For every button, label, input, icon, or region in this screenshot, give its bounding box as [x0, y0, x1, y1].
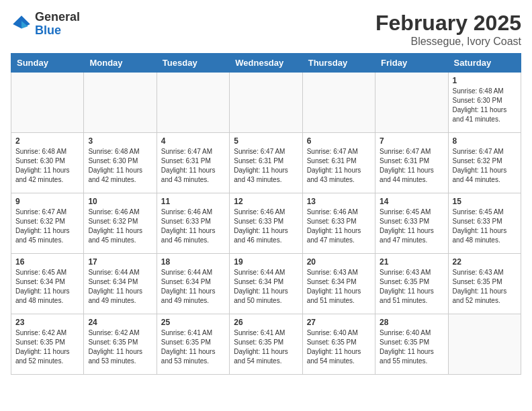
calendar-cell: 20Sunrise: 6:43 AM Sunset: 6:34 PM Dayli… — [302, 254, 375, 314]
page-header: General Blue February 2025 Blessegue, Iv… — [11, 11, 521, 48]
week-row-3: 9Sunrise: 6:47 AM Sunset: 6:32 PM Daylig… — [11, 193, 521, 254]
day-info: Sunrise: 6:41 AM Sunset: 6:35 PM Dayligh… — [161, 328, 225, 366]
day-info: Sunrise: 6:43 AM Sunset: 6:35 PM Dayligh… — [453, 268, 517, 306]
day-info: Sunrise: 6:42 AM Sunset: 6:35 PM Dayligh… — [15, 328, 79, 366]
day-number: 27 — [307, 318, 371, 327]
day-info: Sunrise: 6:43 AM Sunset: 6:35 PM Dayligh… — [380, 268, 443, 306]
logo: General Blue — [11, 11, 80, 38]
month-title: February 2025 — [375, 11, 521, 36]
day-info: Sunrise: 6:47 AM Sunset: 6:32 PM Dayligh… — [15, 208, 79, 245]
day-number: 14 — [380, 197, 443, 206]
day-info: Sunrise: 6:46 AM Sunset: 6:32 PM Dayligh… — [88, 208, 152, 245]
day-number: 17 — [88, 257, 152, 267]
calendar-cell: 2Sunrise: 6:48 AM Sunset: 6:30 PM Daylig… — [11, 133, 84, 193]
calendar-cell — [11, 73, 84, 133]
day-info: Sunrise: 6:47 AM Sunset: 6:31 PM Dayligh… — [161, 147, 225, 185]
calendar-header-friday: Friday — [375, 54, 448, 73]
week-row-2: 2Sunrise: 6:48 AM Sunset: 6:30 PM Daylig… — [11, 133, 521, 193]
day-info: Sunrise: 6:42 AM Sunset: 6:35 PM Dayligh… — [88, 328, 152, 366]
day-number: 15 — [453, 197, 517, 206]
day-number: 21 — [380, 257, 443, 267]
calendar-header-saturday: Saturday — [448, 54, 521, 73]
day-info: Sunrise: 6:47 AM Sunset: 6:31 PM Dayligh… — [234, 147, 298, 185]
day-info: Sunrise: 6:40 AM Sunset: 6:35 PM Dayligh… — [307, 328, 371, 366]
calendar-cell: 7Sunrise: 6:47 AM Sunset: 6:31 PM Daylig… — [375, 133, 448, 193]
calendar-cell: 12Sunrise: 6:46 AM Sunset: 6:33 PM Dayli… — [230, 193, 302, 254]
day-number: 12 — [234, 197, 298, 206]
day-number: 3 — [88, 136, 152, 146]
day-info: Sunrise: 6:45 AM Sunset: 6:33 PM Dayligh… — [380, 208, 443, 245]
day-number: 2 — [15, 136, 79, 146]
calendar-header-tuesday: Tuesday — [157, 54, 229, 73]
day-number: 1 — [453, 76, 517, 85]
calendar-cell: 26Sunrise: 6:41 AM Sunset: 6:35 PM Dayli… — [230, 314, 302, 375]
calendar-cell: 13Sunrise: 6:46 AM Sunset: 6:33 PM Dayli… — [302, 193, 375, 254]
calendar-cell: 28Sunrise: 6:40 AM Sunset: 6:35 PM Dayli… — [375, 314, 448, 375]
day-info: Sunrise: 6:41 AM Sunset: 6:35 PM Dayligh… — [234, 328, 298, 366]
calendar-cell — [157, 73, 229, 133]
day-number: 8 — [453, 136, 517, 146]
calendar-cell — [375, 73, 448, 133]
day-number: 19 — [234, 257, 298, 267]
day-info: Sunrise: 6:48 AM Sunset: 6:30 PM Dayligh… — [453, 87, 517, 124]
calendar-cell: 10Sunrise: 6:46 AM Sunset: 6:32 PM Dayli… — [84, 193, 157, 254]
day-number: 6 — [307, 136, 371, 146]
calendar-cell: 11Sunrise: 6:46 AM Sunset: 6:33 PM Dayli… — [157, 193, 229, 254]
day-number: 23 — [15, 318, 79, 327]
day-info: Sunrise: 6:44 AM Sunset: 6:34 PM Dayligh… — [161, 268, 225, 306]
logo-blue-text: Blue — [35, 24, 61, 37]
calendar-cell: 5Sunrise: 6:47 AM Sunset: 6:31 PM Daylig… — [230, 133, 302, 193]
day-info: Sunrise: 6:48 AM Sunset: 6:30 PM Dayligh… — [88, 147, 152, 185]
calendar-cell — [84, 73, 157, 133]
day-info: Sunrise: 6:45 AM Sunset: 6:34 PM Dayligh… — [15, 268, 79, 306]
day-number: 4 — [161, 136, 225, 146]
day-number: 22 — [453, 257, 517, 267]
week-row-5: 23Sunrise: 6:42 AM Sunset: 6:35 PM Dayli… — [11, 314, 521, 375]
calendar-header-monday: Monday — [84, 54, 157, 73]
calendar-cell: 17Sunrise: 6:44 AM Sunset: 6:34 PM Dayli… — [84, 254, 157, 314]
day-number: 25 — [161, 318, 225, 327]
week-row-1: 1Sunrise: 6:48 AM Sunset: 6:30 PM Daylig… — [11, 73, 521, 133]
calendar-cell: 25Sunrise: 6:41 AM Sunset: 6:35 PM Dayli… — [157, 314, 229, 375]
calendar-cell: 24Sunrise: 6:42 AM Sunset: 6:35 PM Dayli… — [84, 314, 157, 375]
calendar-header-wednesday: Wednesday — [230, 54, 302, 73]
calendar-cell: 6Sunrise: 6:47 AM Sunset: 6:31 PM Daylig… — [302, 133, 375, 193]
day-info: Sunrise: 6:47 AM Sunset: 6:31 PM Dayligh… — [307, 147, 371, 185]
calendar-cell: 18Sunrise: 6:44 AM Sunset: 6:34 PM Dayli… — [157, 254, 229, 314]
calendar-cell: 23Sunrise: 6:42 AM Sunset: 6:35 PM Dayli… — [11, 314, 84, 375]
calendar-table: SundayMondayTuesdayWednesdayThursdayFrid… — [11, 53, 521, 375]
day-info: Sunrise: 6:48 AM Sunset: 6:30 PM Dayligh… — [15, 147, 79, 185]
calendar-cell — [230, 73, 302, 133]
day-info: Sunrise: 6:40 AM Sunset: 6:35 PM Dayligh… — [380, 328, 443, 366]
location-title: Blessegue, Ivory Coast — [375, 36, 521, 48]
day-number: 28 — [380, 318, 443, 327]
week-row-4: 16Sunrise: 6:45 AM Sunset: 6:34 PM Dayli… — [11, 254, 521, 314]
calendar-cell: 1Sunrise: 6:48 AM Sunset: 6:30 PM Daylig… — [448, 73, 521, 133]
calendar-cell — [448, 314, 521, 375]
day-info: Sunrise: 6:47 AM Sunset: 6:32 PM Dayligh… — [453, 147, 517, 185]
title-block: February 2025 Blessegue, Ivory Coast — [375, 11, 521, 48]
day-number: 26 — [234, 318, 298, 327]
day-number: 9 — [15, 197, 79, 206]
day-number: 7 — [380, 136, 443, 146]
day-info: Sunrise: 6:46 AM Sunset: 6:33 PM Dayligh… — [307, 208, 371, 245]
calendar-cell: 9Sunrise: 6:47 AM Sunset: 6:32 PM Daylig… — [11, 193, 84, 254]
calendar-cell: 15Sunrise: 6:45 AM Sunset: 6:33 PM Dayli… — [448, 193, 521, 254]
calendar-cell: 19Sunrise: 6:44 AM Sunset: 6:34 PM Dayli… — [230, 254, 302, 314]
day-info: Sunrise: 6:46 AM Sunset: 6:33 PM Dayligh… — [234, 208, 298, 245]
logo-icon — [11, 13, 32, 35]
calendar-cell: 3Sunrise: 6:48 AM Sunset: 6:30 PM Daylig… — [84, 133, 157, 193]
calendar-cell: 16Sunrise: 6:45 AM Sunset: 6:34 PM Dayli… — [11, 254, 84, 314]
calendar-cell — [302, 73, 375, 133]
day-info: Sunrise: 6:46 AM Sunset: 6:33 PM Dayligh… — [161, 208, 225, 245]
calendar-cell: 14Sunrise: 6:45 AM Sunset: 6:33 PM Dayli… — [375, 193, 448, 254]
logo-general-text: General — [35, 10, 80, 24]
day-info: Sunrise: 6:47 AM Sunset: 6:31 PM Dayligh… — [380, 147, 443, 185]
calendar-cell: 4Sunrise: 6:47 AM Sunset: 6:31 PM Daylig… — [157, 133, 229, 193]
calendar-cell: 27Sunrise: 6:40 AM Sunset: 6:35 PM Dayli… — [302, 314, 375, 375]
calendar-header-thursday: Thursday — [302, 54, 375, 73]
day-number: 16 — [15, 257, 79, 267]
day-number: 10 — [88, 197, 152, 206]
day-info: Sunrise: 6:43 AM Sunset: 6:34 PM Dayligh… — [307, 268, 371, 306]
day-info: Sunrise: 6:45 AM Sunset: 6:33 PM Dayligh… — [453, 208, 517, 245]
